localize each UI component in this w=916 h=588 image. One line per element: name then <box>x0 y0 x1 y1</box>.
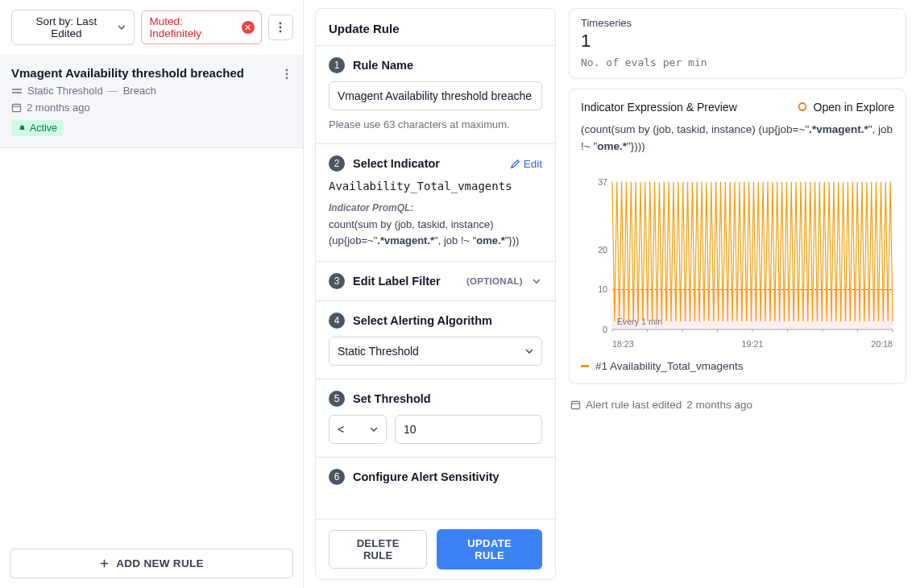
indicator-expression-text: (count(sum by (job, taskid, instance) (u… <box>581 122 894 155</box>
step-number: 2 <box>329 155 345 172</box>
bell-icon <box>18 124 27 133</box>
sidebar-more-button[interactable] <box>268 14 293 40</box>
add-rule-button[interactable]: ADD NEW RULE <box>10 549 293 578</box>
timeseries-card: Timeseries 1 No. of evals per min <box>569 8 906 79</box>
svg-point-4 <box>286 73 288 76</box>
pencil-icon <box>510 159 520 169</box>
threshold-icon <box>11 85 23 97</box>
indicator-preview-card: Indicator Expression & Preview Open in E… <box>569 89 906 384</box>
caret-down-icon <box>118 23 126 31</box>
update-rule-button[interactable]: UPDATE RULE <box>437 529 542 569</box>
last-edited-row: Alert rule last edited 2 months ago <box>569 399 906 411</box>
svg-point-5 <box>286 77 288 80</box>
step-number: 6 <box>329 469 345 485</box>
svg-rect-6 <box>12 104 20 111</box>
svg-text:20: 20 <box>598 245 607 255</box>
delete-rule-button[interactable]: DELETE RULE <box>329 530 427 569</box>
panel-footer: DELETE RULE UPDATE RULE <box>316 519 555 579</box>
svg-point-0 <box>280 23 282 25</box>
step-title: Select Indicator <box>353 157 502 170</box>
rule-item-subtitle: Static Threshold — Breach <box>11 85 293 97</box>
preview-title: Indicator Expression & Preview <box>581 101 737 114</box>
chart-legend: #1 Availability_Total_vmagents <box>581 360 894 372</box>
plus-icon <box>99 558 110 569</box>
rule-name-helper: Please use 63 characters at maximum. <box>329 118 542 130</box>
mute-filter-label: Muted: Indefinitely <box>150 15 236 39</box>
step-number: 3 <box>329 273 345 289</box>
sidebar-toolbar: Sort by: Last Edited Muted: Indefinitely… <box>0 0 303 55</box>
open-in-explore-link[interactable]: Open in Explore <box>796 101 894 114</box>
step-set-threshold: 5 Set Threshold <box>316 379 555 457</box>
kebab-icon <box>274 21 287 34</box>
step-title: Edit Label Filter <box>353 275 458 288</box>
caret-down-icon <box>369 424 379 434</box>
kebab-icon <box>280 68 293 81</box>
legend-label: #1 Availability_Total_vmagents <box>595 360 744 372</box>
svg-text:37: 37 <box>598 177 607 187</box>
rules-sidebar: Sort by: Last Edited Muted: Indefinitely… <box>0 0 304 588</box>
sort-by-button[interactable]: Sort by: Last Edited <box>11 10 135 45</box>
step-number: 1 <box>329 57 345 73</box>
rule-item-title: Vmagent Availability threshold breached <box>11 66 293 80</box>
svg-text:10: 10 <box>598 284 607 294</box>
step-title: Select Alerting Algorithm <box>353 314 542 327</box>
step-title: Configure Alert Sensitivity <box>353 470 542 483</box>
threshold-value-input[interactable] <box>395 415 542 444</box>
step-label-filter[interactable]: 3 Edit Label Filter (OPTIONAL) <box>316 261 555 300</box>
svg-text:20:18: 20:18 <box>871 339 893 349</box>
rule-item-more-button[interactable] <box>276 63 298 88</box>
sort-by-label: Sort by: Last Edited <box>20 15 113 39</box>
right-column: Timeseries 1 No. of evals per min Indica… <box>566 0 916 588</box>
update-rule-panel-container: Update Rule 1 Rule Name Please use 63 ch… <box>304 0 566 588</box>
svg-point-1 <box>280 27 282 29</box>
svg-point-2 <box>280 31 282 33</box>
optional-tag: (OPTIONAL) <box>466 276 523 286</box>
step-number: 4 <box>329 313 345 329</box>
indicator-promql-body: count(sum by (job, taskid, instance) (up… <box>329 217 542 248</box>
rule-name-input[interactable] <box>329 81 542 110</box>
rule-item-mode: Breach <box>123 85 156 97</box>
step-number: 5 <box>329 391 345 407</box>
rule-list-item[interactable]: Vmagent Availability threshold breached … <box>0 55 303 148</box>
legend-swatch <box>581 365 589 367</box>
step-select-indicator: 2 Select Indicator Edit Availability_Tot… <box>316 143 555 261</box>
svg-point-3 <box>286 69 288 72</box>
edit-indicator-link[interactable]: Edit <box>510 158 542 170</box>
update-rule-panel: Update Rule 1 Rule Name Please use 63 ch… <box>315 8 556 580</box>
step-alert-sensitivity: 6 Configure Alert Sensitivity <box>316 457 555 490</box>
rule-status-badge: Active <box>11 120 64 136</box>
grafana-icon <box>796 101 809 114</box>
timeseries-label: Timeseries <box>581 17 894 29</box>
caret-down-icon <box>524 346 534 356</box>
step-title: Set Threshold <box>353 392 542 405</box>
step-alerting-algorithm: 4 Select Alerting Algorithm <box>316 300 555 379</box>
mute-filter-chip[interactable]: Muted: Indefinitely ✕ <box>141 10 262 44</box>
preview-chart: 010203718:2319:2120:18Every 1 min <box>581 167 894 352</box>
timeseries-hint: No. of evals per min <box>581 56 894 68</box>
indicator-name: Availability_Total_vmagents <box>329 180 542 193</box>
calendar-icon <box>11 102 22 113</box>
rule-item-age: 2 months ago <box>11 101 293 114</box>
svg-text:0: 0 <box>603 325 607 334</box>
svg-rect-27 <box>571 401 579 408</box>
panel-title: Update Rule <box>316 9 555 45</box>
algorithm-select[interactable] <box>329 337 542 366</box>
timeseries-value: 1 <box>581 31 894 52</box>
chevron-down-icon <box>531 275 542 287</box>
svg-text:18:23: 18:23 <box>612 339 634 349</box>
step-title: Rule Name <box>353 59 542 72</box>
rule-item-type: Static Threshold <box>27 85 103 97</box>
indicator-promql-label: Indicator PromQL: <box>329 202 542 213</box>
step-rule-name: 1 Rule Name Please use 63 characters at … <box>316 45 555 143</box>
close-icon[interactable]: ✕ <box>242 21 255 34</box>
calendar-icon <box>570 400 581 410</box>
svg-text:19:21: 19:21 <box>742 339 764 349</box>
chart-svg: 010203718:2319:2120:18Every 1 min <box>581 167 894 352</box>
